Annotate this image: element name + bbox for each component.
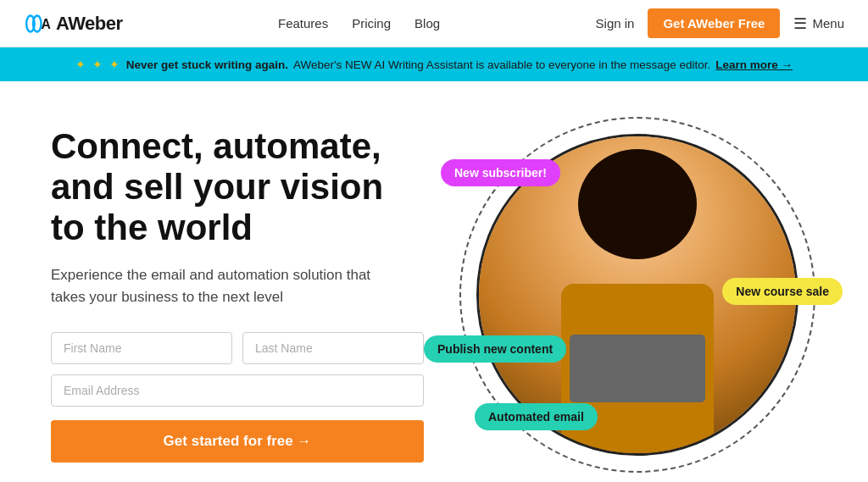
- banner-bold-text: Never get stuck writing again.: [126, 58, 288, 71]
- person-hair: [578, 149, 697, 259]
- navbar: A AWeber Features Pricing Blog Sign in G…: [0, 0, 868, 47]
- first-name-input[interactable]: [51, 332, 232, 364]
- hero-right: New subscriber! Publish new content New …: [458, 108, 817, 481]
- hero-headline: Connect, automate,and sell your visionto…: [51, 126, 424, 249]
- get-aweber-free-button[interactable]: Get AWeber Free: [648, 8, 780, 38]
- menu-button[interactable]: ☰ Menu: [793, 14, 844, 33]
- logo[interactable]: A AWeber: [24, 8, 123, 40]
- banner-learn-more[interactable]: Learn more →: [715, 58, 793, 71]
- nav-blog[interactable]: Blog: [415, 16, 440, 30]
- banner-text: AWeber's NEW AI Writing Assistant is ava…: [293, 58, 710, 71]
- logo-text: AWeber: [56, 13, 123, 35]
- nav-links: Features Pricing Blog: [278, 16, 440, 30]
- automated-email-badge: Automated email: [475, 403, 598, 430]
- nav-pricing[interactable]: Pricing: [352, 16, 391, 30]
- hero-section: Connect, automate,and sell your visionto…: [0, 81, 868, 482]
- nav-actions: Sign in Get AWeber Free ☰ Menu: [596, 8, 844, 38]
- hero-subheadline: Experience the email and automation solu…: [51, 264, 373, 309]
- menu-label: Menu: [812, 16, 844, 30]
- new-subscriber-badge: New subscriber!: [441, 159, 560, 186]
- hero-left: Connect, automate,and sell your visionto…: [51, 126, 458, 463]
- svg-text:A: A: [42, 17, 52, 31]
- publish-content-badge: Publish new content: [424, 335, 566, 363]
- announcement-banner: ✦ ✦ ✦ Never get stuck writing again. AWe…: [0, 47, 868, 81]
- menu-icon: ☰: [793, 14, 807, 33]
- banner-stars: ✦ ✦ ✦: [75, 58, 121, 71]
- nav-features[interactable]: Features: [278, 16, 328, 30]
- new-course-sale-badge: New course sale: [722, 278, 843, 305]
- person-shirt: [570, 335, 705, 402]
- signin-link[interactable]: Sign in: [596, 16, 635, 30]
- email-input[interactable]: [51, 374, 424, 407]
- last-name-input[interactable]: [242, 332, 424, 364]
- get-started-button[interactable]: Get started for free →: [51, 420, 424, 463]
- name-fields-row: [51, 332, 424, 364]
